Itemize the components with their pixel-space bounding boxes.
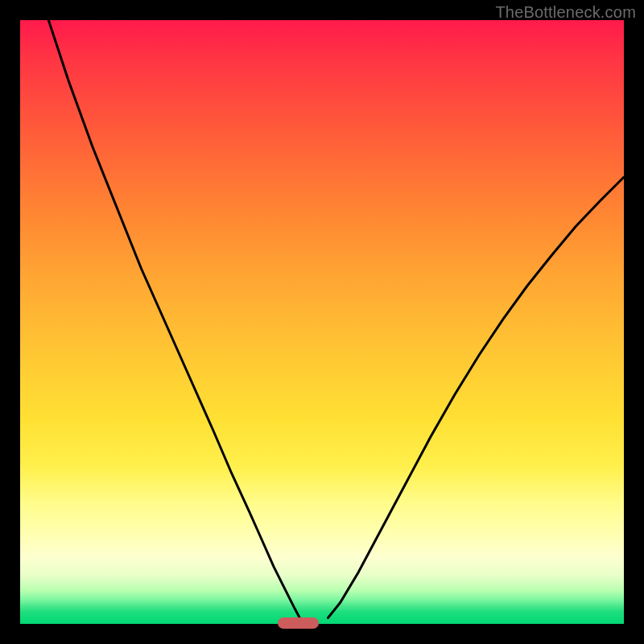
curve-right-branch xyxy=(328,177,625,618)
plot-area xyxy=(20,20,624,624)
chart-frame: TheBottleneck.com xyxy=(0,0,644,644)
curve-left-branch xyxy=(48,20,299,618)
bottleneck-curves xyxy=(20,20,624,624)
watermark-text: TheBottleneck.com xyxy=(495,3,636,22)
bottleneck-marker xyxy=(278,617,319,629)
